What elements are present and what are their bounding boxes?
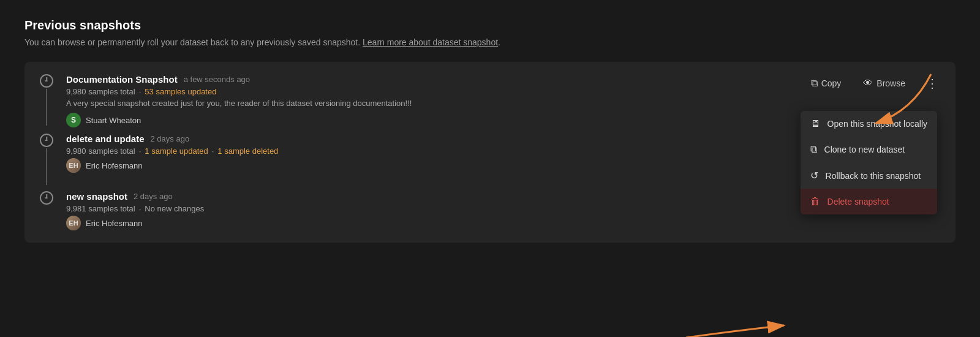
dropdown-open-local[interactable]: 🖥 Open this snapshot locally	[801, 111, 937, 137]
dropdown-delete[interactable]: 🗑 Delete snapshot	[801, 189, 937, 214]
snapshot-time-1: a few seconds ago	[184, 75, 250, 84]
clock-icon-2	[40, 134, 53, 147]
snapshot-name-2: delete and update	[66, 134, 145, 144]
page-subtitle: You can browse or permanently roll your …	[24, 37, 956, 47]
snapshot-author-3: EH Eric Hofesmann	[66, 216, 780, 230]
clock-icon-3	[40, 191, 53, 205]
dropdown-rollback-label: Rollback to this snapshot	[826, 171, 921, 181]
snapshot-time-2: 2 days ago	[151, 134, 190, 143]
rollback-icon: ↺	[810, 170, 818, 181]
samples-deleted-2: 1 sample deleted	[217, 146, 278, 156]
snapshot-name-1: Documentation Snapshot	[66, 74, 178, 85]
samples-total-1: 9,980 samples total	[66, 87, 135, 96]
clock-icon-1	[40, 74, 53, 88]
snapshot-meta-2: 9,980 samples total · 1 sample updated ·…	[66, 146, 876, 156]
snapshot-author-2: EH Eric Hofesmann	[66, 158, 876, 173]
snapshots-container: Documentation Snapshot a few seconds ago…	[24, 62, 956, 243]
timeline-line-2	[46, 148, 47, 185]
snapshot-header-3: new snapshot 2 days ago	[66, 191, 780, 202]
snapshot-header-2: delete and update 2 days ago	[66, 134, 876, 144]
avatar-1: S	[66, 113, 81, 127]
dropdown-menu-1: 🖥 Open this snapshot locally ⧉ Clone to …	[801, 111, 937, 214]
browse-button-1[interactable]: 👁 Browse	[857, 74, 911, 93]
samples-updated-1: 53 samples updated	[145, 87, 216, 96]
samples-total-2: 9,980 samples total	[66, 146, 135, 156]
snapshot-description-1: A very special snapshot created just for…	[66, 99, 780, 108]
timeline-2	[37, 134, 56, 185]
author-name-2: Eric Hofesmann	[86, 161, 142, 170]
dropdown-delete-label: Delete snapshot	[827, 197, 889, 206]
dropdown-clone-label: Clone to new dataset	[824, 145, 905, 154]
timeline-line-1	[46, 89, 47, 126]
page-wrapper: Previous snapshots You can browse or per…	[0, 0, 980, 261]
eye-icon-1: 👁	[863, 78, 873, 89]
author-name-1: Stuart Wheaton	[86, 116, 141, 125]
snapshot-header-1: Documentation Snapshot a few seconds ago	[66, 74, 780, 85]
more-options-button-1[interactable]: ⋮	[921, 75, 943, 92]
no-changes-3: No new changes	[145, 204, 204, 213]
copy-button-1[interactable]: ⧉ Copy	[805, 74, 848, 93]
monitor-icon: 🖥	[810, 118, 820, 129]
snapshot-meta-1: 9,980 samples total · 53 samples updated	[66, 87, 780, 96]
snapshot-content-3: new snapshot 2 days ago 9,981 samples to…	[66, 191, 780, 230]
snapshot-content-1: Documentation Snapshot a few seconds ago…	[66, 74, 780, 127]
snapshot-name-3: new snapshot	[66, 191, 127, 202]
dropdown-rollback[interactable]: ↺ Rollback to this snapshot	[801, 162, 937, 189]
timeline-1	[37, 74, 56, 126]
author-name-3: Eric Hofesmann	[86, 219, 142, 228]
snapshot-row-1: Documentation Snapshot a few seconds ago…	[37, 74, 943, 127]
avatar-3: EH	[66, 216, 81, 230]
timeline-3	[37, 191, 56, 205]
dropdown-open-local-label: Open this snapshot locally	[827, 119, 927, 129]
snapshot-meta-3: 9,981 samples total · No new changes	[66, 204, 780, 213]
page-title: Previous snapshots	[24, 18, 956, 32]
clone-icon: ⧉	[810, 144, 817, 155]
trash-icon: 🗑	[810, 196, 820, 207]
samples-total-3: 9,981 samples total	[66, 204, 135, 213]
avatar-2: EH	[66, 158, 81, 173]
snapshot-time-3: 2 days ago	[134, 192, 173, 201]
samples-updated-2: 1 sample updated	[145, 146, 208, 156]
snapshot-content-2: delete and update 2 days ago 9,980 sampl…	[66, 134, 876, 173]
snapshot-author-1: S Stuart Wheaton	[66, 113, 780, 127]
snapshot-actions-1: ⧉ Copy 👁 Browse ⋮ 🖥 Open this snapshot l…	[780, 74, 943, 93]
copy-icon-1: ⧉	[811, 78, 818, 89]
learn-more-link[interactable]: Learn more about dataset snapshot	[363, 37, 498, 47]
dropdown-clone[interactable]: ⧉ Clone to new dataset	[801, 137, 937, 162]
